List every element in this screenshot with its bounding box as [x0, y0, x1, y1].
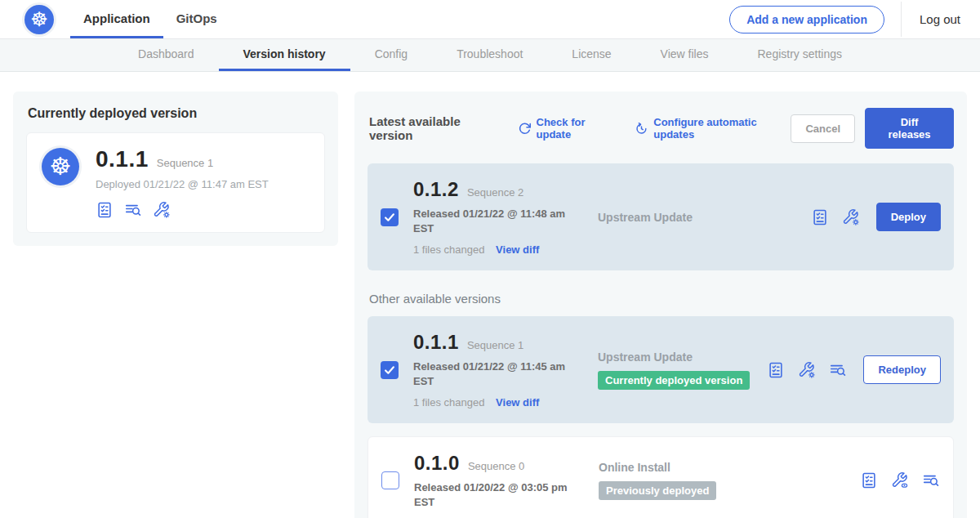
app-sub-nav: Dashboard Version history Config Trouble…	[0, 39, 980, 72]
deploy-logs-icon[interactable]	[124, 201, 142, 219]
configure-automatic-updates-label: Configure automatic updates	[653, 116, 791, 141]
currently-deployed-card: 0.1.1 Sequence 1 Deployed 01/21/22 @ 11:…	[26, 132, 325, 233]
other-available-versions-title: Other available versions	[369, 292, 954, 306]
subnav-item-troubleshoot[interactable]: Troubleshoot	[432, 39, 547, 71]
checkmark-icon	[382, 210, 397, 225]
release-row-0-1-2: 0.1.2 Sequence 2 Released 01/21/22 @ 11:…	[368, 163, 954, 270]
release-timestamp: Released 01/20/22 @ 03:05 pm EST	[414, 480, 574, 509]
files-changed-label: 1 files changed	[413, 396, 484, 409]
auto-update-clock-icon	[635, 122, 648, 136]
tab-application[interactable]: Application	[70, 0, 163, 38]
preflight-checks-icon[interactable]	[811, 208, 829, 226]
kubernetes-logo-icon	[24, 5, 54, 34]
tab-gitops-label: GitOps	[176, 11, 217, 25]
latest-version-title: Latest available version	[369, 114, 500, 142]
refresh-icon	[518, 122, 532, 136]
deployed-version-number: 0.1.1	[96, 146, 149, 172]
app-kubernetes-icon	[42, 148, 79, 185]
release-source-label: Upstream Update	[598, 351, 750, 364]
main-content: Currently deployed version 0.1.1 Sequenc…	[0, 72, 980, 518]
release-timestamp: Released 01/21/22 @ 11:48 am EST	[413, 207, 573, 235]
release-version-number: 0.1.0	[414, 452, 460, 475]
edit-config-icon[interactable]	[153, 201, 171, 219]
subnav-item-license[interactable]: License	[547, 39, 635, 71]
release-version-number: 0.1.1	[413, 331, 459, 354]
deploy-logs-icon[interactable]	[829, 361, 847, 379]
release-source-label: Online Install	[599, 461, 742, 474]
latest-version-header: Latest available version Check for updat…	[368, 108, 954, 149]
edit-config-icon[interactable]	[798, 361, 816, 379]
app-logo	[24, 0, 54, 38]
preflight-checks-icon[interactable]	[767, 361, 785, 379]
check-for-update-label: Check for update	[537, 116, 617, 141]
diff-releases-button[interactable]: Diff releases	[865, 108, 954, 149]
preflight-checks-icon[interactable]	[860, 471, 878, 489]
tab-gitops[interactable]: GitOps	[163, 0, 230, 38]
release-sequence-label: Sequence 0	[468, 460, 524, 472]
cancel-button[interactable]: Cancel	[791, 114, 855, 143]
deploy-button[interactable]: Deploy	[876, 203, 941, 231]
top-nav: Application GitOps Add a new application…	[0, 0, 980, 39]
release-version-number: 0.1.2	[413, 178, 459, 201]
previously-deployed-badge: Previously deployed	[599, 481, 716, 500]
files-changed-label: 1 files changed	[413, 243, 484, 256]
release-source-label: Upstream Update	[598, 211, 741, 224]
check-for-update-link[interactable]: Check for update	[518, 116, 617, 141]
release-checkbox[interactable]	[381, 361, 399, 379]
release-sequence-label: Sequence 1	[467, 339, 523, 351]
tab-application-label: Application	[83, 11, 150, 25]
release-checkbox[interactable]	[381, 208, 399, 226]
subnav-item-registry-settings[interactable]: Registry settings	[733, 39, 866, 71]
checkmark-icon	[382, 363, 397, 377]
version-history-panel: Latest available version Check for updat…	[354, 92, 967, 518]
deployed-timestamp: Deployed 01/21/22 @ 11:47 am EST	[96, 178, 269, 190]
deploy-logs-icon[interactable]	[922, 471, 940, 489]
subnav-item-view-files[interactable]: View files	[636, 39, 733, 71]
currently-deployed-panel: Currently deployed version 0.1.1 Sequenc…	[13, 92, 338, 246]
subnav-item-config[interactable]: Config	[350, 39, 432, 71]
release-timestamp: Released 01/21/22 @ 11:45 am EST	[413, 359, 573, 388]
subnav-item-dashboard[interactable]: Dashboard	[114, 39, 219, 71]
deployed-sequence-label: Sequence 1	[157, 157, 213, 169]
add-new-application-button[interactable]: Add a new application	[729, 6, 884, 33]
release-row-0-1-0: 0.1.0 Sequence 0 Released 01/20/22 @ 03:…	[368, 436, 954, 518]
currently-deployed-badge: Currently deployed version	[598, 371, 750, 390]
edit-config-icon[interactable]	[842, 208, 860, 226]
release-checkbox[interactable]	[381, 471, 399, 489]
view-config-icon[interactable]	[891, 471, 909, 489]
logout-button[interactable]: Log out	[901, 2, 967, 37]
redeploy-button[interactable]: Redeploy	[863, 355, 941, 384]
view-diff-link[interactable]: View diff	[496, 396, 539, 409]
preflight-checks-icon[interactable]	[96, 201, 114, 219]
view-diff-link[interactable]: View diff	[496, 243, 539, 256]
currently-deployed-title: Currently deployed version	[28, 106, 325, 121]
release-sequence-label: Sequence 2	[467, 186, 523, 199]
subnav-item-version-history[interactable]: Version history	[219, 39, 350, 71]
release-row-0-1-1: 0.1.1 Sequence 1 Released 01/21/22 @ 11:…	[368, 316, 954, 423]
configure-automatic-updates-link[interactable]: Configure automatic updates	[635, 116, 791, 141]
